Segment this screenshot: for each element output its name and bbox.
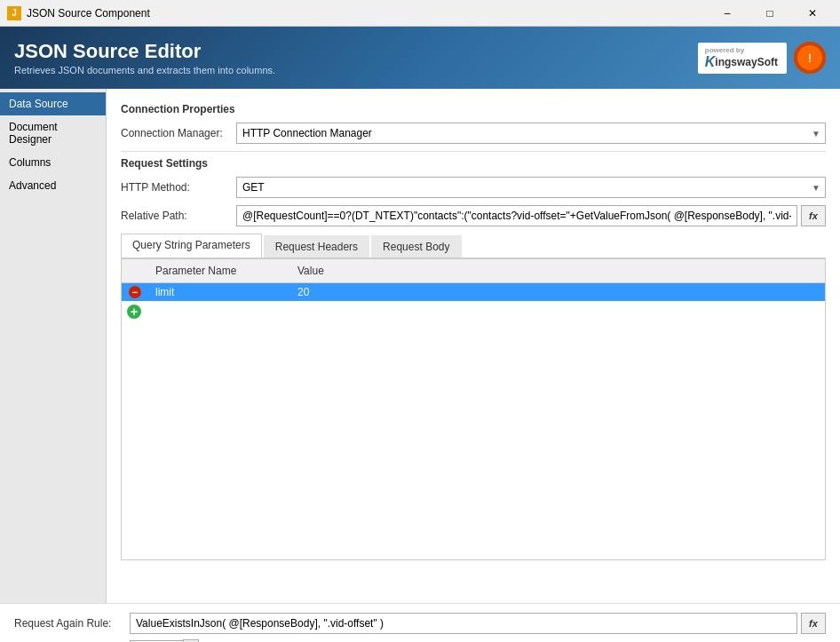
tab-query-string[interactable]: Query String Parameters (121, 234, 262, 258)
request-again-rule-fx-button[interactable]: fx (801, 613, 826, 634)
window-controls: – □ ✕ (707, 0, 833, 27)
sidebar-item-datasource[interactable]: Data Source (0, 92, 106, 115)
connection-section-header: Connection Properties (121, 103, 826, 115)
table-col-delete-header (122, 263, 148, 279)
request-again-rule-label: Request Again Rule: (14, 617, 130, 630)
http-method-select-wrapper: GET ▼ (236, 177, 826, 198)
kingsway-logo: powered by KingswaySoft (698, 43, 787, 74)
minimize-button[interactable]: – (707, 0, 748, 27)
param-value-cell: 20 (290, 286, 825, 298)
table-header-row: Parameter Name Value (122, 259, 825, 283)
http-method-label: HTTP Method: (121, 181, 236, 194)
parameter-tabs: Query String Parameters Request Headers … (121, 234, 826, 258)
sidebar-item-columns[interactable]: Columns (0, 151, 106, 174)
relative-path-label: Relative Path: (121, 210, 236, 222)
relative-path-fx-button[interactable]: fx (801, 205, 826, 226)
request-again-rule-input[interactable]: ValueExistsInJson( @[ResponseBody], ".vi… (130, 613, 797, 634)
app-subtitle: Retrieves JSON documents and extracts th… (14, 65, 698, 75)
http-method-select[interactable]: GET (236, 177, 826, 198)
request-section-header: Request Settings (121, 157, 826, 170)
connection-manager-select-wrapper: HTTP Connection Manager ▼ (236, 123, 826, 144)
product-icon: ! (794, 42, 826, 74)
maximize-button[interactable]: □ (749, 0, 790, 27)
table-col-name-header: Parameter Name (148, 263, 290, 279)
header-title-area: JSON Source Editor Retrieves JSON docume… (14, 40, 698, 75)
header: JSON Source Editor Retrieves JSON docume… (0, 27, 840, 89)
window-title: JSON Source Component (27, 7, 707, 20)
query-params-table: Parameter Name Value − limit 20 + (121, 258, 826, 560)
connection-manager-label: Connection Manager: (121, 127, 236, 139)
header-logo: powered by KingswaySoft ! (698, 42, 826, 74)
content-area: Connection Properties Connection Manager… (107, 89, 840, 603)
relative-path-input[interactable]: @[RequestCount]==0?(DT_NTEXT)"contacts":… (236, 205, 797, 226)
close-button[interactable]: ✕ (792, 0, 833, 27)
relative-path-input-group: @[RequestCount]==0?(DT_NTEXT)"contacts":… (236, 205, 826, 226)
connection-manager-row: Connection Manager: HTTP Connection Mana… (121, 123, 826, 144)
tab-request-body[interactable]: Request Body (371, 235, 461, 258)
tab-request-headers[interactable]: Request Headers (264, 235, 369, 258)
add-row-button[interactable]: + (122, 301, 825, 322)
table-col-value-header: Value (290, 263, 825, 279)
divider-1 (121, 151, 826, 152)
app-title: JSON Source Editor (14, 40, 698, 63)
main-content: Data Source Document Designer Columns Ad… (0, 89, 840, 603)
connection-manager-select[interactable]: HTTP Connection Manager (236, 123, 826, 144)
request-again-rule-row: Request Again Rule: ValueExistsInJson( @… (14, 613, 826, 634)
bottom-section: Request Again Rule: ValueExistsInJson( @… (0, 603, 840, 642)
sidebar-item-document-designer[interactable]: Document Designer (0, 115, 106, 151)
request-again-rule-input-group: ValueExistsInJson( @[ResponseBody], ".vi… (130, 613, 826, 634)
delete-icon: − (129, 286, 141, 298)
sidebar-item-advanced[interactable]: Advanced (0, 174, 106, 197)
param-name-cell: limit (148, 286, 290, 298)
svg-text:!: ! (808, 52, 812, 65)
k-letter: K (705, 54, 716, 70)
app-icon: J (7, 6, 21, 20)
table-row[interactable]: − limit 20 (122, 283, 825, 301)
powered-text: powered by (705, 46, 778, 54)
title-bar: J JSON Source Component – □ ✕ (0, 0, 840, 27)
delete-row-button[interactable]: − (122, 286, 148, 298)
add-icon: + (127, 305, 141, 319)
relative-path-row: Relative Path: @[RequestCount]==0?(DT_NT… (121, 205, 826, 226)
sidebar: Data Source Document Designer Columns Ad… (0, 89, 107, 603)
http-method-row: HTTP Method: GET ▼ (121, 177, 826, 198)
ingsway-text: ingswaySoft (715, 56, 778, 68)
